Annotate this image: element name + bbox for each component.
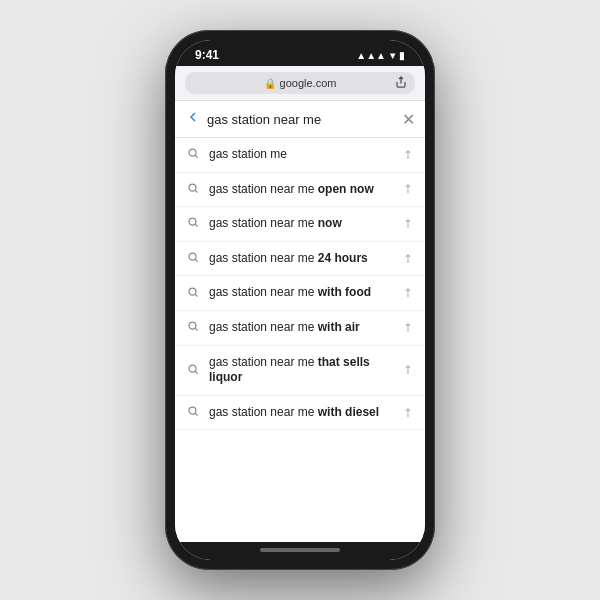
suggestion-text: gas station me xyxy=(209,147,403,163)
phone-screen: 9:41 ▲▲▲ ▾ ▮ 🔒 google.com xyxy=(175,40,425,560)
search-icon xyxy=(187,363,199,378)
battery-icon: ▮ xyxy=(399,50,405,61)
search-input[interactable]: gas station near me xyxy=(207,112,396,127)
search-icon xyxy=(187,182,199,197)
search-icon xyxy=(187,147,199,162)
browser-bar: 🔒 google.com xyxy=(175,66,425,101)
status-bar: 9:41 ▲▲▲ ▾ ▮ xyxy=(175,40,425,66)
suggestion-item[interactable]: gas station near me with food ↗ xyxy=(175,276,425,311)
suggestions-list: gas station me ↗ gas station near me ope… xyxy=(175,138,425,542)
suggestion-item[interactable]: gas station near me that sells liquor ↗ xyxy=(175,346,425,396)
search-icon xyxy=(187,251,199,266)
suggestion-item[interactable]: gas station me ↗ xyxy=(175,138,425,173)
svg-point-6 xyxy=(189,365,196,372)
suggestion-text: gas station near me with diesel xyxy=(209,405,403,421)
signal-icon: ▲▲▲ xyxy=(356,50,386,61)
suggestion-text: gas station near me that sells liquor xyxy=(209,355,403,386)
url-text: google.com xyxy=(280,77,337,89)
svg-point-5 xyxy=(189,322,196,329)
clear-button[interactable]: ✕ xyxy=(402,110,415,129)
search-icon xyxy=(187,405,199,420)
back-button[interactable] xyxy=(185,109,201,129)
status-time: 9:41 xyxy=(195,48,219,62)
suggestion-text: gas station near me 24 hours xyxy=(209,251,403,267)
svg-point-0 xyxy=(189,149,196,156)
suggestion-item[interactable]: gas station near me open now ↗ xyxy=(175,173,425,208)
search-icon xyxy=(187,320,199,335)
suggestion-text: gas station near me open now xyxy=(209,182,403,198)
svg-point-2 xyxy=(189,218,196,225)
suggestion-item[interactable]: gas station near me with air ↗ xyxy=(175,311,425,346)
svg-point-4 xyxy=(189,288,196,295)
svg-point-3 xyxy=(189,253,196,260)
suggestion-item[interactable]: gas station near me 24 hours ↗ xyxy=(175,242,425,277)
address-bar[interactable]: 🔒 google.com xyxy=(185,72,415,94)
share-icon[interactable] xyxy=(395,76,407,91)
svg-point-7 xyxy=(189,407,196,414)
suggestion-item[interactable]: gas station near me with diesel ↗ xyxy=(175,396,425,431)
search-bar: gas station near me ✕ xyxy=(175,101,425,138)
home-bar xyxy=(260,548,340,552)
suggestion-text: gas station near me now xyxy=(209,216,403,232)
wifi-icon: ▾ xyxy=(390,50,395,61)
phone-frame: 9:41 ▲▲▲ ▾ ▮ 🔒 google.com xyxy=(165,30,435,570)
suggestion-text: gas station near me with air xyxy=(209,320,403,336)
lock-icon: 🔒 xyxy=(264,78,276,89)
home-indicator xyxy=(175,542,425,560)
svg-point-1 xyxy=(189,184,196,191)
search-icon xyxy=(187,216,199,231)
status-icons: ▲▲▲ ▾ ▮ xyxy=(356,50,405,61)
suggestion-text: gas station near me with food xyxy=(209,285,403,301)
suggestion-item[interactable]: gas station near me now ↗ xyxy=(175,207,425,242)
search-icon xyxy=(187,286,199,301)
